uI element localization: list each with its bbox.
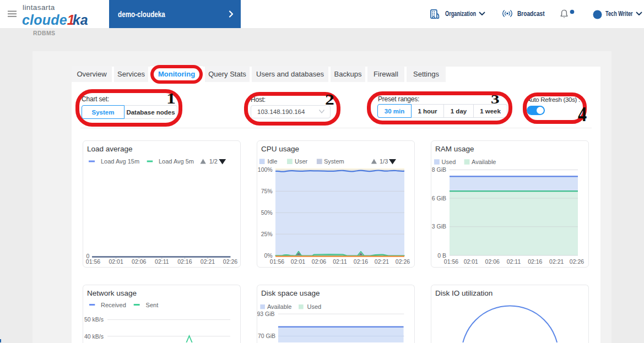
svg-text:Load Avg 5m: Load Avg 5m bbox=[159, 158, 194, 165]
svg-text:Idle: Idle bbox=[268, 158, 278, 165]
svg-text:40 kB/s: 40 kB/s bbox=[84, 333, 104, 340]
svg-text:Available: Available bbox=[472, 159, 496, 165]
svg-text:01:56: 01:56 bbox=[444, 258, 458, 265]
svg-text:1/2: 1/2 bbox=[209, 158, 218, 165]
svg-text:02:01: 02:01 bbox=[464, 258, 478, 265]
svg-text:02:01: 02:01 bbox=[291, 258, 305, 265]
svg-text:02:16: 02:16 bbox=[528, 258, 542, 265]
svg-text:02:11: 02:11 bbox=[155, 258, 169, 265]
svg-text:02:11: 02:11 bbox=[333, 258, 347, 265]
svg-text:Received: Received bbox=[101, 302, 126, 308]
svg-text:02:06: 02:06 bbox=[132, 258, 146, 265]
svg-text:Used: Used bbox=[442, 159, 456, 165]
svg-text:User: User bbox=[295, 158, 308, 165]
svg-text:50 kB/s: 50 kB/s bbox=[84, 316, 104, 323]
svg-text:1/3: 1/3 bbox=[380, 158, 388, 165]
svg-text:75%: 75% bbox=[261, 188, 273, 194]
svg-text:01:56: 01:56 bbox=[270, 258, 284, 265]
svg-text:02:06: 02:06 bbox=[312, 258, 326, 265]
svg-text:100%: 100% bbox=[258, 166, 273, 173]
svg-text:0 B: 0 B bbox=[437, 252, 446, 259]
svg-text:02:21: 02:21 bbox=[201, 258, 215, 265]
svg-text:02:26: 02:26 bbox=[396, 258, 410, 265]
svg-text:Used: Used bbox=[307, 303, 322, 310]
svg-text:6 GiB: 6 GiB bbox=[432, 195, 446, 202]
svg-text:Load Avg 15m: Load Avg 15m bbox=[101, 158, 139, 165]
svg-text:02:21: 02:21 bbox=[375, 258, 389, 265]
svg-text:02:01: 02:01 bbox=[109, 258, 123, 265]
svg-text:3 GiB: 3 GiB bbox=[432, 223, 446, 230]
svg-text:01:56: 01:56 bbox=[86, 258, 100, 265]
svg-text:Available: Available bbox=[267, 303, 291, 310]
svg-text:93 GiB: 93 GiB bbox=[257, 311, 275, 317]
svg-text:02:16: 02:16 bbox=[354, 258, 368, 265]
svg-text:70 GiB: 70 GiB bbox=[258, 333, 275, 339]
svg-text:02:16: 02:16 bbox=[177, 258, 192, 265]
svg-text:System: System bbox=[324, 158, 344, 165]
svg-text:02:26: 02:26 bbox=[223, 258, 237, 265]
svg-text:02:26: 02:26 bbox=[570, 258, 584, 265]
svg-text:50%: 50% bbox=[261, 209, 273, 216]
svg-text:25%: 25% bbox=[261, 231, 273, 237]
svg-text:02:06: 02:06 bbox=[485, 258, 500, 265]
svg-text:02:21: 02:21 bbox=[549, 258, 564, 265]
svg-text:0%: 0% bbox=[264, 252, 273, 259]
svg-text:02:11: 02:11 bbox=[507, 258, 521, 265]
svg-text:Sent: Sent bbox=[146, 302, 159, 308]
svg-text:8 GiB: 8 GiB bbox=[432, 166, 446, 173]
